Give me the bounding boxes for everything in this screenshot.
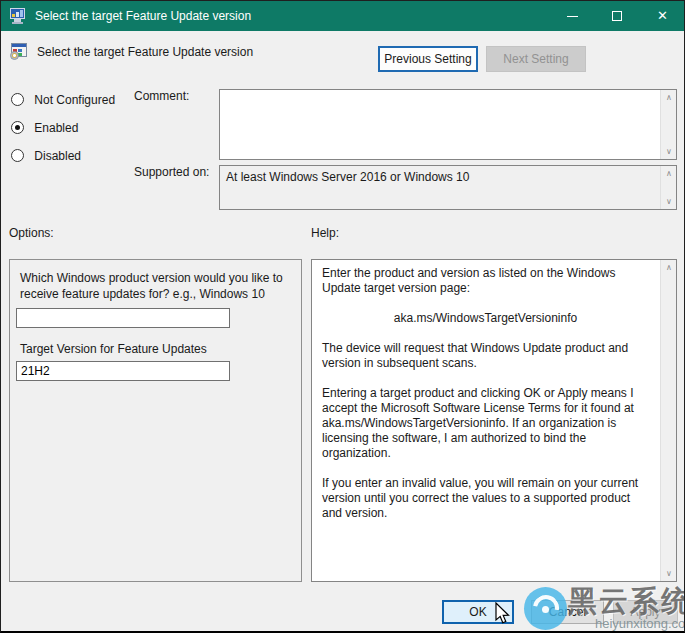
dialog-window: Select the target Feature Update version… [0,0,685,633]
disc-icon [10,51,19,60]
title-bar: Select the target Feature Update version… [1,1,684,31]
app-icon [10,8,27,24]
scroll-up-icon[interactable]: ∧ [661,169,677,178]
target-version-label: Target Version for Feature Updates [20,342,207,356]
cancel-button[interactable]: Cancel [531,600,604,624]
help-scrollbar[interactable]: ∧ ∨ [660,260,676,581]
options-label: Options: [9,226,54,240]
comment-scrollbar[interactable]: ∧ ∨ [660,90,676,159]
supported-on-box: At least Windows Server 2016 or Windows … [219,165,677,210]
supported-scrollbar[interactable]: ∧ ∨ [660,166,676,209]
target-version-input[interactable] [16,361,230,381]
radio-circle[interactable] [11,149,24,162]
help-paragraph: Enter the product and version as listed … [320,266,651,296]
scroll-down-icon[interactable]: ∨ [661,569,677,578]
help-paragraph: Entering a target product and clicking O… [320,386,651,461]
scroll-down-icon[interactable]: ∨ [661,147,677,156]
policy-setting-icon [11,43,28,59]
comment-label: Comment: [134,89,189,103]
radio-circle[interactable] [11,93,24,106]
setting-title: Select the target Feature Update version [37,45,253,59]
help-text: Enter the product and version as listed … [312,260,659,581]
comment-textarea[interactable]: ∧ ∨ [219,89,677,160]
previous-setting-button[interactable]: Previous Setting [378,46,478,72]
minimize-icon [567,16,578,17]
close-button[interactable]: ✕ [640,1,685,31]
help-label: Help: [311,226,339,240]
scroll-up-icon[interactable]: ∧ [661,93,677,102]
close-icon: ✕ [640,1,685,31]
radio-label: Not Configured [34,93,115,107]
next-setting-button[interactable]: Next Setting [486,46,586,72]
supported-on-label: Supported on: [134,165,209,179]
help-link-text: aka.ms/WindowsTargetVersioninfo [320,311,651,326]
minimize-button[interactable] [550,1,595,31]
help-paragraph: The device will request that Windows Upd… [320,341,651,371]
apply-button[interactable]: Apply [613,600,678,624]
product-version-input[interactable] [16,308,230,328]
scroll-down-icon[interactable]: ∨ [661,197,677,206]
supported-on-value: At least Windows Server 2016 or Windows … [220,166,659,209]
radio-not-configured[interactable]: Not Configured [11,92,115,106]
window-title: Select the target Feature Update version [35,1,251,31]
scroll-up-icon[interactable]: ∧ [661,263,677,272]
help-pane: Enter the product and version as listed … [311,259,677,582]
radio-disabled[interactable]: Disabled [11,148,81,162]
product-question-label: Which Windows product version would you … [20,270,292,302]
options-pane: Which Windows product version would you … [9,259,302,582]
radio-label: Enabled [34,121,78,135]
comment-value[interactable] [220,90,659,159]
radio-label: Disabled [34,149,81,163]
help-paragraph: If you enter an invalid value, you will … [320,476,651,521]
radio-circle-checked[interactable] [11,121,24,134]
maximize-button[interactable] [595,1,640,31]
mouse-cursor-icon [493,602,515,626]
maximize-icon [612,11,622,21]
radio-enabled[interactable]: Enabled [11,120,78,134]
